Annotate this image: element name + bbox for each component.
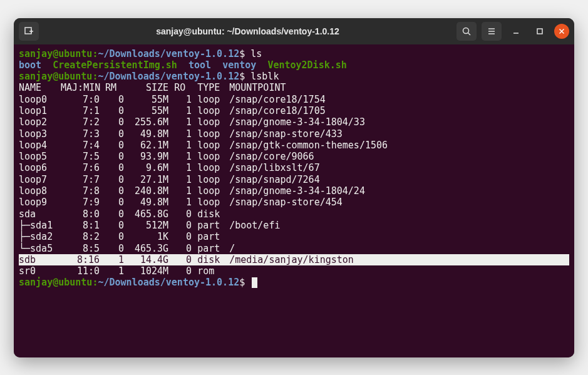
- lsblk-row: loop0 7:0 0 55M 1 loop /snap/core18/1754: [19, 94, 569, 105]
- prompt-line-2: sanjay@ubuntu:~/Downloads/ventoy-1.0.12$…: [19, 71, 569, 82]
- lsblk-row: sr0 11:0 1 1024M 0 rom: [19, 265, 569, 277]
- prompt-line-1: sanjay@ubuntu:~/Downloads/ventoy-1.0.12$…: [19, 48, 569, 59]
- lsblk-row: loop8 7:8 0 240.8M 1 loop /snap/gnome-3-…: [19, 185, 569, 197]
- title-bar: sanjay@ubuntu: ~/Downloads/ventoy-1.0.12: [14, 18, 574, 44]
- prompt-path: ~/Downloads/ventoy-1.0.12: [98, 48, 239, 59]
- ls-item: Ventoy2Disk.sh: [267, 59, 346, 71]
- lsblk-row: loop5 7:5 0 93.9M 1 loop /snap/core/9066: [19, 151, 569, 162]
- ls-item: boot: [19, 59, 41, 71]
- prompt-user: sanjay@ubuntu: [19, 48, 92, 59]
- lsblk-row: loop1 7:1 0 55M 1 loop /snap/core18/1705: [19, 105, 569, 116]
- minimize-button[interactable]: [507, 22, 525, 41]
- svg-point-3: [463, 28, 469, 33]
- window-title: sanjay@ubuntu: ~/Downloads/ventoy-1.0.12: [44, 26, 451, 36]
- lsblk-row: loop6 7:6 0 9.6M 1 loop /snap/libxslt/67: [19, 162, 569, 173]
- lsblk-row: loop2 7:2 0 255.6M 1 loop /snap/gnome-3-…: [19, 116, 569, 128]
- prompt-line-3: sanjay@ubuntu:~/Downloads/ventoy-1.0.12$: [19, 277, 569, 288]
- svg-rect-0: [25, 28, 31, 34]
- search-button[interactable]: [456, 22, 477, 41]
- new-tab-button[interactable]: [19, 22, 39, 41]
- maximize-button[interactable]: [530, 22, 549, 41]
- lsblk-row: loop9 7:9 0 49.8M 1 loop /snap/snap-stor…: [19, 197, 569, 208]
- lsblk-row: sda 8:0 0 465.8G 0 disk: [19, 208, 569, 220]
- ls-item: CreatePersistentImg.sh: [53, 59, 177, 71]
- cursor: [252, 277, 257, 288]
- command-lsblk: lsblk: [250, 71, 279, 82]
- lsblk-row: ├─sda2 8:2 0 1K 0 part: [19, 231, 569, 242]
- lsblk-row: loop4 7:4 0 62.1M 1 loop /snap/gtk-commo…: [19, 140, 569, 151]
- menu-button[interactable]: [482, 22, 502, 41]
- ls-item: ventoy: [222, 59, 256, 71]
- terminal-window: sanjay@ubuntu: ~/Downloads/ventoy-1.0.12…: [14, 18, 574, 357]
- lsblk-row: loop7 7:7 0 27.1M 1 loop /snap/snapd/726…: [19, 174, 569, 185]
- lsblk-header: NAME MAJ:MIN RM SIZE RO TYPE MOUNTPOINT: [19, 82, 569, 93]
- command-ls: ls: [250, 48, 262, 59]
- svg-rect-9: [537, 29, 542, 34]
- close-button[interactable]: [554, 24, 569, 39]
- ls-item: tool: [188, 59, 211, 71]
- lsblk-row: └─sda5 8:5 0 465.3G 0 part /: [19, 243, 569, 254]
- svg-line-4: [468, 33, 471, 35]
- terminal-body[interactable]: sanjay@ubuntu:~/Downloads/ventoy-1.0.12$…: [14, 44, 574, 357]
- lsblk-row: ├─sda1 8:1 0 512M 0 part /boot/efi: [19, 220, 569, 231]
- ls-output: boot CreatePersistentImg.sh tool ventoy …: [19, 59, 569, 71]
- lsblk-row-highlighted: sdb 8:16 1 14.4G 0 disk /media/sanjay/ki…: [19, 254, 569, 265]
- lsblk-row: loop3 7:3 0 49.8M 1 loop /snap/snap-stor…: [19, 128, 569, 140]
